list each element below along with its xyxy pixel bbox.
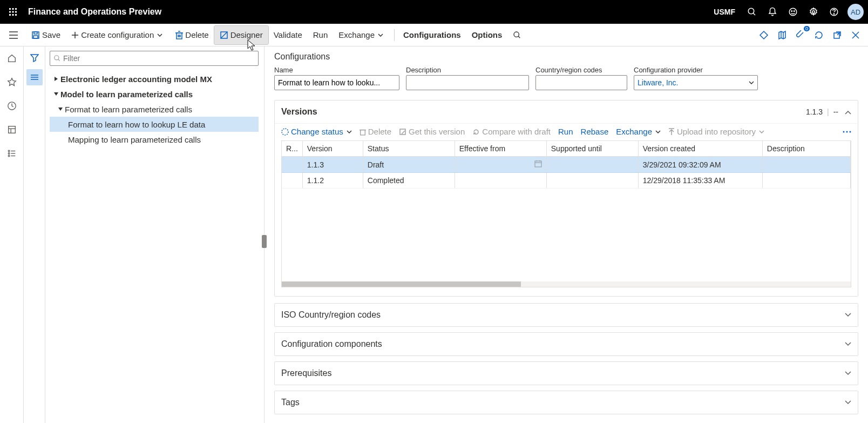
svg-rect-0 — [9, 8, 11, 10]
cell-sup — [546, 173, 638, 189]
iso-section[interactable]: ISO Country/region codes — [274, 303, 858, 327]
funnel-icon[interactable] — [26, 50, 43, 66]
tree-label: Mapping to learn parameterized calls — [68, 135, 201, 144]
map-icon[interactable] — [774, 27, 790, 43]
table-row[interactable]: 1.1.2 Completed 12/29/2018 11:35:33 AM — [282, 173, 851, 189]
collapse-icon[interactable] — [845, 107, 851, 117]
filter-input-wrap[interactable] — [50, 51, 259, 66]
col-r[interactable]: R... — [282, 141, 302, 157]
smiley-icon[interactable] — [783, 0, 803, 24]
col-desc[interactable]: Description — [762, 141, 850, 157]
attachment-badge: 0 — [804, 26, 810, 31]
avatar[interactable]: AD — [847, 4, 864, 20]
right-pane: Configurations Name Description Country/… — [265, 46, 868, 423]
save-button[interactable]: Save — [26, 26, 66, 44]
home-icon[interactable] — [3, 50, 21, 67]
clock-icon[interactable] — [3, 97, 21, 115]
refresh-icon[interactable] — [811, 27, 827, 43]
svg-rect-3 — [9, 11, 11, 13]
cell-eff[interactable] — [455, 157, 546, 173]
version-run-button[interactable]: Run — [558, 127, 573, 136]
options-button[interactable]: Options — [466, 26, 508, 44]
filter-input[interactable] — [63, 54, 255, 63]
svg-point-61 — [846, 131, 848, 132]
svg-point-62 — [850, 131, 851, 132]
breadcrumb: Configurations — [274, 52, 858, 62]
tags-section[interactable]: Tags — [274, 391, 858, 414]
svg-rect-4 — [12, 11, 14, 13]
more-icon[interactable] — [843, 131, 851, 133]
cell-version: 1.1.3 — [302, 157, 363, 173]
chevron-down-icon — [845, 313, 851, 317]
svg-point-33 — [514, 32, 519, 37]
exchange-button[interactable]: Exchange — [333, 26, 391, 44]
svg-rect-57 — [360, 130, 365, 135]
validate-button[interactable]: Validate — [268, 26, 308, 44]
col-version[interactable]: Version — [302, 141, 363, 157]
list-icon[interactable] — [3, 145, 21, 162]
col-created[interactable]: Version created — [638, 141, 762, 157]
svg-point-11 — [789, 8, 797, 16]
svg-point-12 — [791, 11, 792, 12]
country-field[interactable] — [535, 75, 627, 90]
calendar-icon[interactable] — [534, 160, 542, 169]
svg-point-49 — [8, 155, 10, 157]
hamburger-icon[interactable] — [4, 26, 23, 44]
table-row[interactable]: 1.1.3 Draft 3/29/2021 09:32:09 AM — [282, 157, 851, 173]
change-status-button[interactable]: Change status — [281, 127, 352, 136]
prerequisites-section[interactable]: Prerequisites — [274, 361, 858, 385]
tree-label: Format to learn how to lookup LE data — [68, 120, 205, 129]
version-exchange-button[interactable]: Exchange — [616, 127, 661, 136]
search-icon[interactable] — [742, 0, 762, 24]
run-button[interactable]: Run — [308, 26, 334, 44]
tree-label: Model to learn parameterized calls — [60, 90, 193, 99]
close-icon[interactable] — [847, 27, 864, 43]
iso-title: ISO Country/region codes — [281, 310, 381, 320]
upload-button: Upload into repository — [668, 127, 764, 136]
svg-rect-5 — [15, 11, 17, 13]
delete-button[interactable]: Delete — [170, 26, 214, 44]
col-effective[interactable]: Effective from — [455, 141, 546, 157]
lines-icon[interactable] — [26, 69, 43, 85]
components-section[interactable]: Configuration components — [274, 332, 858, 356]
bell-icon[interactable] — [762, 0, 783, 24]
app-launcher-icon[interactable] — [4, 3, 22, 21]
attachment-icon[interactable]: 0 — [792, 27, 809, 43]
description-field[interactable] — [406, 75, 529, 90]
tree-node[interactable]: Mapping to learn parameterized calls — [50, 132, 259, 147]
help-icon[interactable] — [824, 0, 844, 24]
create-configuration-button[interactable]: Create configuration — [66, 26, 170, 44]
rebase-button[interactable]: Rebase — [581, 127, 609, 136]
tree-node[interactable]: Model to learn parameterized calls — [50, 86, 259, 102]
svg-rect-59 — [400, 129, 405, 135]
gear-icon[interactable] — [803, 0, 824, 24]
col-status[interactable]: Status — [363, 141, 455, 157]
cell-status: Completed — [363, 173, 455, 189]
col-supported[interactable]: Supported until — [546, 141, 638, 157]
action-toolbar: Save Create configuration Delete Designe… — [0, 24, 868, 46]
rebase-label: Rebase — [581, 127, 609, 136]
tree-node[interactable]: Electronic ledger accounting model MX — [50, 71, 259, 86]
popout-icon[interactable] — [829, 27, 845, 43]
version-run-label: Run — [558, 127, 573, 136]
star-icon[interactable] — [3, 73, 21, 91]
cell-created: 12/29/2018 11:35:33 AM — [638, 173, 762, 189]
designer-button[interactable]: Designer — [214, 26, 268, 44]
svg-rect-63 — [535, 161, 541, 167]
svg-point-56 — [282, 129, 288, 135]
module-icon[interactable] — [3, 121, 21, 138]
diamond-icon[interactable] — [756, 27, 772, 43]
tree-node-selected[interactable]: Format to learn how to lookup LE data — [50, 117, 259, 132]
svg-rect-42 — [8, 126, 15, 133]
nav-rail — [0, 46, 24, 423]
name-label: Name — [274, 66, 399, 74]
tree-node[interactable]: Format to learn parameterized calls — [50, 102, 259, 117]
name-field[interactable] — [274, 75, 399, 90]
chevron-down-icon — [845, 371, 851, 375]
upload-label: Upload into repository — [677, 127, 756, 136]
toolbar-search-icon[interactable] — [507, 26, 529, 44]
provider-field[interactable]: Litware, Inc. — [634, 75, 758, 90]
titlebar: Finance and Operations Preview USMF AD — [0, 0, 868, 24]
configurations-button[interactable]: Configurations — [398, 26, 466, 44]
horizontal-scrollbar[interactable] — [282, 281, 851, 287]
